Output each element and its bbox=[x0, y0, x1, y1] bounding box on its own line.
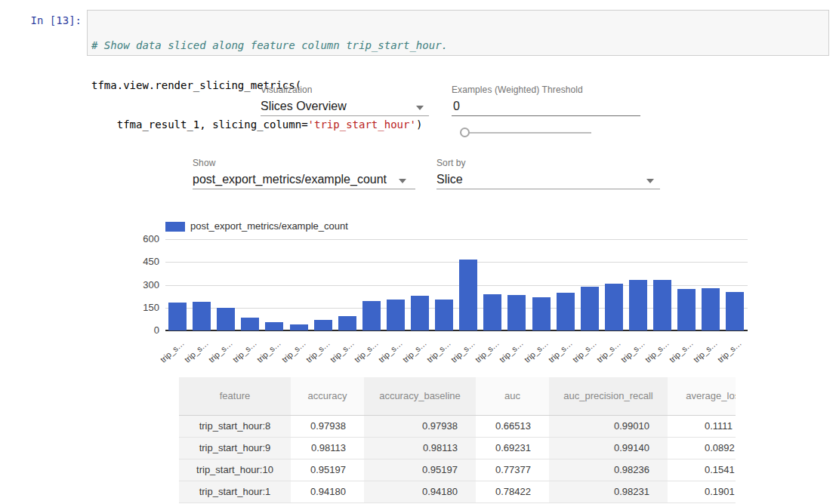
y-tick-label: 450 bbox=[120, 256, 159, 267]
chart-bar[interactable] bbox=[557, 293, 575, 330]
chart-bar[interactable] bbox=[532, 297, 551, 330]
chart-bar[interactable] bbox=[581, 287, 599, 330]
column-header-auc: auc bbox=[476, 377, 549, 415]
table-row: trip_start_hour:100.951970.951970.773770… bbox=[179, 459, 736, 481]
y-tick-label: 0 bbox=[120, 324, 159, 336]
chart-bar[interactable] bbox=[653, 280, 671, 330]
table-cell: 0.78422 bbox=[476, 481, 549, 502]
chart-bar[interactable] bbox=[459, 260, 477, 330]
chart-bar[interactable] bbox=[677, 289, 696, 330]
chart-bar[interactable] bbox=[411, 296, 429, 330]
table-row: trip_start_hour:80.979380.979380.665130.… bbox=[179, 415, 736, 437]
table-cell: trip_start_hour:8 bbox=[179, 415, 291, 437]
table-cell: 0.94180 bbox=[291, 481, 364, 502]
table-row: trip_start_hour:10.941800.941800.784220.… bbox=[179, 481, 736, 502]
table-cell: trip_start_hour:10 bbox=[179, 459, 291, 481]
table-cell: 0.97938 bbox=[364, 415, 476, 437]
chart-bar[interactable] bbox=[362, 301, 381, 330]
y-tick-label: 600 bbox=[120, 233, 159, 244]
gridline bbox=[165, 262, 748, 263]
chart-bar[interactable] bbox=[217, 308, 235, 330]
table-cell: trip_start_hour:9 bbox=[179, 437, 291, 459]
table-cell: 0.77377 bbox=[476, 459, 549, 481]
table-cell: 0.97938 bbox=[291, 415, 364, 437]
table-cell: 0.98231 bbox=[549, 481, 668, 502]
table-cell: trip_start_hour:1 bbox=[179, 481, 291, 502]
chart-bar[interactable] bbox=[507, 295, 526, 330]
chart-bar[interactable] bbox=[241, 318, 259, 330]
table-cell: 0.95197 bbox=[364, 459, 476, 481]
metrics-table: featureaccuracyaccuracy_baselineaucauc_p… bbox=[179, 377, 736, 504]
table-cell: 0.99140 bbox=[549, 437, 668, 459]
chart-bar[interactable] bbox=[605, 284, 623, 330]
chart-bar[interactable] bbox=[193, 302, 211, 330]
y-tick-label: 300 bbox=[120, 279, 159, 290]
table-cell: 0.1541 bbox=[668, 459, 736, 481]
chart-bar[interactable] bbox=[338, 316, 356, 330]
table-cell: 0.1901 bbox=[668, 481, 736, 502]
column-header-accuracy_baseline: accuracy_baseline bbox=[364, 377, 476, 415]
y-tick-label: 150 bbox=[120, 302, 159, 313]
chart-bar[interactable] bbox=[726, 292, 744, 330]
table-cell: 0.66513 bbox=[476, 415, 549, 437]
table-row: trip_start_hour:90.981130.981130.692310.… bbox=[179, 437, 736, 459]
chart-bar[interactable] bbox=[290, 324, 308, 330]
table-cell: 0.0892 bbox=[668, 437, 736, 459]
table-cell: 0.1111 bbox=[668, 415, 736, 437]
chart-bar[interactable] bbox=[702, 288, 720, 330]
gridline bbox=[165, 239, 748, 240]
table-cell: 0.95197 bbox=[291, 459, 364, 481]
table-cell: 0.94180 bbox=[364, 481, 476, 502]
table-cell: 0.69231 bbox=[476, 437, 549, 459]
chart-bar[interactable] bbox=[265, 322, 283, 330]
table-header: featureaccuracyaccuracy_baselineaucauc_p… bbox=[179, 377, 736, 415]
legend-label: post_export_metrics/example_count bbox=[190, 220, 348, 232]
legend-swatch bbox=[165, 222, 185, 232]
chart-bar[interactable] bbox=[314, 320, 332, 330]
column-header-average_loss: average_loss bbox=[668, 377, 736, 415]
column-header-feature: feature bbox=[179, 377, 291, 415]
chart-bar[interactable] bbox=[483, 294, 501, 330]
slices-bar-chart: post_export_metrics/example_count 015030… bbox=[0, 0, 839, 377]
chart-bar[interactable] bbox=[168, 303, 187, 330]
table-cell: 0.99010 bbox=[549, 415, 668, 437]
table-cell: 0.98113 bbox=[291, 437, 364, 459]
table-cell: 0.98113 bbox=[364, 437, 476, 459]
column-header-accuracy: accuracy bbox=[291, 377, 364, 415]
column-header-auc_precision_recall: auc_precision_recall bbox=[549, 377, 668, 415]
chart-bar[interactable] bbox=[435, 300, 453, 330]
chart-bar[interactable] bbox=[629, 280, 647, 330]
chart-bar[interactable] bbox=[387, 300, 405, 330]
table-cell: 0.98236 bbox=[549, 459, 668, 481]
